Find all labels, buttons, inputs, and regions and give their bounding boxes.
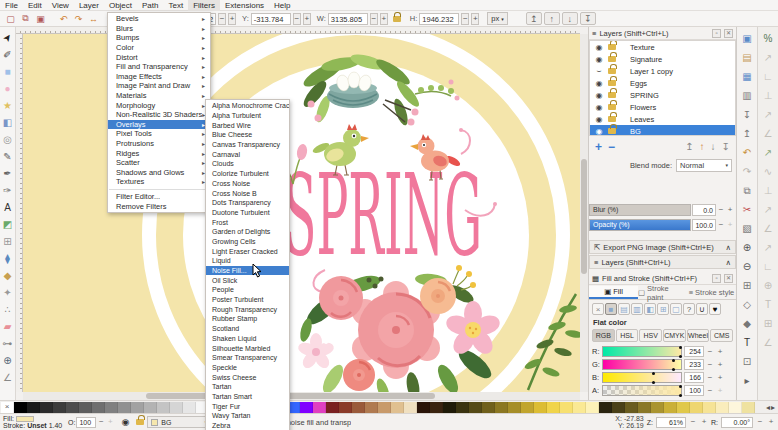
layer-lock-icon[interactable] bbox=[608, 68, 616, 74]
layer-lock-icon[interactable] bbox=[608, 44, 616, 50]
rotation-minus-icon[interactable]: − bbox=[756, 416, 764, 428]
bucket-tool[interactable]: ◆ bbox=[1, 267, 15, 284]
layer-lower-icon[interactable]: ↓ bbox=[711, 141, 716, 152]
palette-swatch-e040c0[interactable] bbox=[313, 402, 326, 413]
layer-lock-icon[interactable] bbox=[608, 56, 616, 62]
filters-menu-item-ridges[interactable]: Ridges▸ bbox=[108, 148, 210, 158]
tab-fill[interactable]: ▣Fill bbox=[589, 286, 638, 299]
snap-cusp-icon[interactable]: ↗ bbox=[760, 200, 777, 219]
mesh-gradient-button[interactable]: ⊞ bbox=[657, 303, 669, 315]
filters-menu-item-textures[interactable]: Textures▸ bbox=[108, 177, 210, 187]
export-icon[interactable]: ↥ bbox=[739, 124, 756, 143]
overlays-item-scotland[interactable]: Scotland bbox=[206, 324, 289, 334]
snap-midpoint-icon[interactable]: ↗ bbox=[760, 238, 777, 257]
overlays-item-cross-noise[interactable]: Cross Noise bbox=[206, 179, 289, 189]
filters-menu-item-distort[interactable]: Distort▸ bbox=[108, 52, 210, 62]
snap-intersection-icon[interactable]: ⊥ bbox=[760, 181, 777, 200]
blur-minus-icon[interactable]: − bbox=[717, 204, 725, 216]
minimize-panel-icon[interactable]: ▫ bbox=[712, 274, 721, 283]
star-tool[interactable]: ★ bbox=[1, 97, 15, 114]
overlays-item-growing-cells[interactable]: Growing Cells bbox=[206, 237, 289, 247]
menu-layer[interactable]: Layer bbox=[74, 0, 104, 11]
horiz-scrollbar-thumb[interactable] bbox=[146, 393, 436, 399]
overlays-item-clouds[interactable]: Clouds bbox=[206, 159, 289, 169]
unit-dropdown[interactable]: px▾ bbox=[487, 12, 507, 25]
palette-swatch-c89a6a[interactable] bbox=[378, 402, 391, 413]
filters-menu-item-scatter[interactable]: Scatter▸ bbox=[108, 158, 210, 168]
swatch-button[interactable]: ▢ bbox=[670, 303, 682, 315]
y-plus-button[interactable]: + bbox=[303, 13, 311, 25]
xml-editor-icon[interactable]: ⊡ bbox=[739, 352, 756, 371]
layer-to-top-icon[interactable]: ↥ bbox=[685, 141, 693, 152]
rotate-cw-icon[interactable]: ↷ bbox=[72, 12, 85, 25]
overlays-item-garden-of-delights[interactable]: Garden of Delights bbox=[206, 227, 289, 237]
fill-stroke-indicator[interactable]: Fill: Stroke:Unset1.40 bbox=[3, 415, 65, 429]
palette-swatch-a68e28[interactable] bbox=[508, 402, 521, 413]
group-icon[interactable]: ◆ bbox=[739, 314, 756, 333]
overlays-item-rough-transparency[interactable]: Rough Transparency bbox=[206, 304, 289, 314]
palette-swatch-c4c4c4[interactable] bbox=[157, 402, 170, 413]
palette-swatch-fdf6dc[interactable] bbox=[729, 402, 742, 413]
palette-swatch-554a16[interactable] bbox=[469, 402, 482, 413]
paint-is-undefined-button[interactable]: ∪ bbox=[696, 303, 708, 315]
opacity-sb-plus-icon[interactable]: + bbox=[106, 416, 114, 428]
menu-object[interactable]: Object bbox=[104, 0, 137, 11]
slider-track-g[interactable] bbox=[602, 359, 682, 370]
opacity-minus-icon[interactable]: − bbox=[717, 219, 725, 231]
open-folder-icon[interactable]: ▤ bbox=[739, 48, 756, 67]
lower-icon[interactable]: ↓ bbox=[562, 12, 578, 25]
overlays-item-frost[interactable]: Frost bbox=[206, 217, 289, 227]
palette-swatch-3a3310[interactable] bbox=[456, 402, 469, 413]
rotation-plus-icon[interactable]: + bbox=[767, 416, 775, 428]
unknown-paint-button[interactable]: ? bbox=[683, 303, 695, 315]
overlays-item-tartan[interactable]: Tartan bbox=[206, 382, 289, 392]
snap-smooth-icon[interactable]: ∠ bbox=[760, 219, 777, 238]
no-paint-button[interactable]: × bbox=[592, 303, 604, 315]
palette-swatch-2a1408[interactable] bbox=[417, 402, 430, 413]
palette-swatch-8a3a28[interactable] bbox=[339, 402, 352, 413]
filters-menu-item-bumps[interactable]: Bumps▸ bbox=[108, 33, 210, 43]
palette-swatch-cab038[interactable] bbox=[664, 402, 677, 413]
filters-menu-item-filter-editor[interactable]: Filter Editor... bbox=[108, 192, 210, 202]
overlays-item-barbed-wire[interactable]: Barbed Wire bbox=[206, 120, 289, 130]
overlays-item-dots-transparency[interactable]: Dots Transparency bbox=[206, 198, 289, 208]
dropper-tool[interactable]: ⧫ bbox=[1, 250, 15, 267]
slider-value-b[interactable]: 166 bbox=[684, 372, 704, 383]
fill-swatch[interactable] bbox=[16, 416, 34, 422]
export-png-collapsed-bar[interactable]: ⇱ Export PNG Image (Shift+Ctrl+E)∧ bbox=[589, 240, 736, 254]
zoom-tool[interactable]: ⊕ bbox=[1, 352, 15, 369]
vertical-scrollbar-thumb[interactable] bbox=[581, 159, 587, 274]
palette-swatch-f6e396[interactable] bbox=[703, 402, 716, 413]
raise-to-top-icon[interactable]: ↥ bbox=[526, 12, 542, 25]
pen-tool[interactable]: ✑ bbox=[1, 182, 15, 199]
palette-swatch-aa9430[interactable] bbox=[651, 402, 664, 413]
menu-path[interactable]: Path bbox=[137, 0, 163, 11]
y-minus-button[interactable]: − bbox=[293, 13, 301, 25]
overlays-item-liquid[interactable]: Liquid bbox=[206, 256, 289, 266]
flat-color-button[interactable]: ■ bbox=[605, 303, 617, 315]
linear-gradient-button[interactable]: ▤ bbox=[618, 303, 630, 315]
flip-horizontal-icon[interactable]: ↔ bbox=[87, 12, 100, 25]
filters-menu-item-non-realistic-3d-shaders[interactable]: Non-Realistic 3D Shaders▸ bbox=[108, 110, 210, 120]
x-minus-button[interactable]: − bbox=[218, 13, 226, 25]
measure-tool[interactable]: ∠ bbox=[1, 369, 15, 386]
filters-menu-item-materials[interactable]: Materials▸ bbox=[108, 91, 210, 101]
palette-swatch-5e5e5e[interactable] bbox=[79, 402, 92, 413]
overlays-item-alpha-monochrome-cracked[interactable]: Alpha Monochrome Cracked bbox=[206, 101, 289, 111]
lower-to-bottom-icon[interactable]: ↧ bbox=[580, 12, 596, 25]
slider-track-r[interactable] bbox=[602, 346, 682, 357]
w-plus-button[interactable]: + bbox=[380, 13, 388, 25]
overlays-item-people[interactable]: People bbox=[206, 285, 289, 295]
snap-bbox-edge-icon[interactable]: ∟ bbox=[760, 67, 777, 86]
palette-swatch-6f6f6f[interactable] bbox=[92, 402, 105, 413]
palette-swatch-fdf2b8[interactable] bbox=[586, 402, 599, 413]
layer-lock-icon[interactable] bbox=[136, 419, 144, 425]
raise-icon[interactable]: ↑ bbox=[544, 12, 560, 25]
filters-menu-item-fill-and-transparency[interactable]: Fill and Transparency▸ bbox=[108, 62, 210, 72]
overlays-item-swiss-cheese[interactable]: Swiss Cheese bbox=[206, 372, 289, 382]
color-tab-hsv[interactable]: HSV bbox=[639, 329, 662, 342]
filters-menu-item-remove-filters[interactable]: Remove Filters bbox=[108, 201, 210, 211]
blur-slider[interactable]: Blur (%) bbox=[589, 204, 691, 216]
opacity-plus-icon[interactable]: + bbox=[726, 219, 734, 231]
palette-swatch-c1a52e[interactable] bbox=[521, 402, 534, 413]
